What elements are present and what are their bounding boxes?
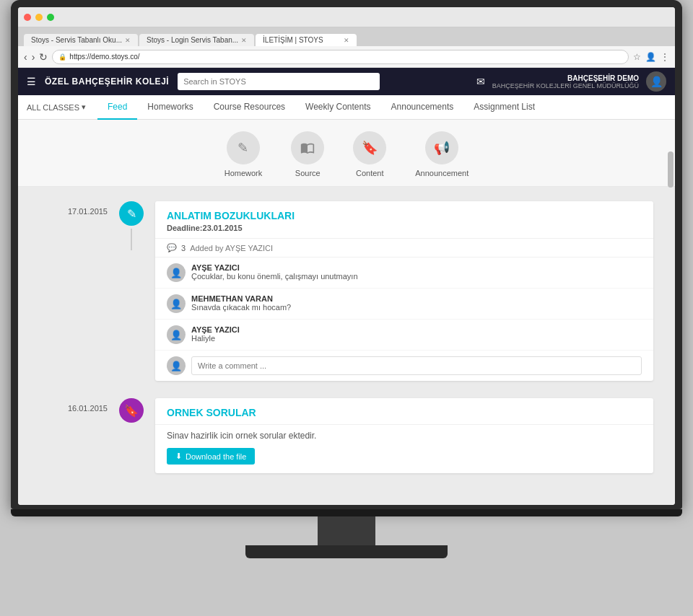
card-header-1: ANLATIM BOZUKLUKLARI Deadline:23.01.2015	[155, 201, 653, 239]
minimize-button[interactable]	[35, 14, 43, 21]
timeline-line-1	[131, 229, 132, 250]
tab-1-label: Stoys - Servis Tabanlı Oku...	[31, 36, 122, 44]
quick-action-source[interactable]: Source	[291, 131, 324, 177]
comment-icon: 💬	[167, 243, 177, 252]
tab-feed[interactable]: Feed	[97, 95, 137, 120]
timeline-item-2: 16.01.2015 🔖 Ornek sorular Sinav hazirli…	[40, 398, 653, 473]
tab-homeworks[interactable]: Homeworks	[137, 95, 203, 120]
tab-course-resources[interactable]: Course Resources	[204, 95, 295, 120]
tab-course-resources-label: Course Resources	[214, 102, 285, 112]
tab-homeworks-label: Homeworks	[147, 102, 193, 112]
comment-input-row: 👤	[155, 351, 653, 381]
quick-action-content[interactable]: 🔖 Content	[353, 131, 386, 177]
comment-input-avatar: 👤	[167, 356, 186, 375]
browser-toolbar: ‹ › ↻ 🔒 https://demo.stoys.co/ ☆ 👤 ⋮	[18, 46, 675, 68]
all-classes-button[interactable]: ALL CLASSES ▾	[27, 102, 86, 112]
monitor-neck	[318, 516, 375, 545]
monitor-base	[245, 545, 448, 558]
user-school: BAHÇEŞEHİR KOLEJLERİ GENEL MÜDÜRLÜĞÜ	[492, 82, 639, 89]
tab-2-label: Stoys - Login Servis Taban...	[147, 36, 238, 44]
address-text: https://demo.stoys.co/	[69, 53, 139, 61]
address-bar[interactable]: 🔒 https://demo.stoys.co/	[52, 50, 629, 64]
homework-label: Homework	[225, 169, 263, 177]
announcement-label: Announcement	[415, 169, 468, 177]
download-label: Download the file	[186, 452, 246, 461]
quick-actions: ✎ Homework Source 🔖 Content 📢 Announceme…	[18, 120, 675, 187]
content-label: Content	[356, 169, 384, 177]
timeline-date-2: 16.01.2015	[40, 398, 108, 413]
maximize-button[interactable]	[47, 14, 54, 21]
timeline-icon-2: 🔖	[119, 398, 144, 423]
menu-icon[interactable]: ⋮	[661, 52, 669, 62]
tab-assignment-list[interactable]: Assignment List	[463, 95, 545, 120]
card-description: Sinav hazirlik icin ornek sorular ektedi…	[155, 425, 653, 448]
card-title-2: Ornek sorular	[167, 407, 642, 418]
deadline-value: 23.01.2015	[203, 224, 243, 232]
timeline-date-1: 17.01.2015	[40, 201, 108, 216]
tab-weekly-contents[interactable]: Weekly Contents	[295, 95, 381, 120]
quick-action-announcement[interactable]: 📢 Announcement	[415, 131, 468, 177]
card-title-1: ANLATIM BOZUKLUKLARI	[167, 210, 642, 221]
timeline-card-2: Ornek sorular Sinav hazirlik icin ornek …	[155, 398, 653, 473]
timeline-icon-col-2: 🔖	[119, 398, 144, 423]
tab-weekly-contents-label: Weekly Contents	[305, 102, 371, 112]
tab-2-close[interactable]: ✕	[241, 37, 247, 44]
comment-author-2: MEHMETHAN VARAN	[191, 294, 642, 303]
lock-icon: 🔒	[58, 53, 66, 61]
back-button[interactable]: ‹	[24, 51, 27, 63]
close-button[interactable]	[24, 14, 31, 21]
comment-text-2: Sınavda çıkacak mı hocam?	[191, 303, 642, 312]
tab-assignment-list-label: Assignment List	[474, 102, 535, 112]
card-deadline-1: Deadline:23.01.2015	[167, 224, 642, 232]
feed-content: 17.01.2015 ✎ ANLATIM BOZUKLUKLARI Deadli…	[18, 187, 675, 505]
comment-avatar-3: 👤	[167, 325, 186, 344]
timeline-date-col-2: 16.01.2015	[40, 398, 119, 413]
tab-3[interactable]: İLETİŞİM | STOYS ✕	[256, 34, 357, 46]
all-classes-label: ALL CLASSES	[27, 103, 79, 112]
forward-button[interactable]: ›	[32, 51, 35, 63]
source-label: Source	[295, 169, 321, 177]
tab-3-close[interactable]: ✕	[344, 37, 349, 44]
card-comments-bar: 💬 3 Added by AYŞE YAZICI	[155, 239, 653, 258]
header-right: ✉ BAHÇEŞEHİR DEMO BAHÇEŞEHİR KOLEJLERİ G…	[476, 71, 666, 92]
comment-avatar-2: 👤	[167, 294, 186, 313]
tab-2[interactable]: Stoys - Login Servis Taban... ✕	[139, 34, 254, 46]
app-header: ☰ ÖZEL BAHÇEŞEHİR KOLEJİ ✉ BAHÇEŞEHİR DE…	[18, 68, 675, 95]
refresh-button[interactable]: ↻	[39, 51, 48, 63]
announcement-icon: 📢	[425, 131, 458, 164]
comment-input[interactable]	[191, 356, 642, 375]
app-logo: ÖZEL BAHÇEŞEHİR KOLEJİ	[45, 76, 169, 87]
comment-row-3: 👤 AYŞE YAZICI Haliyle	[155, 320, 653, 351]
avatar[interactable]: 👤	[646, 71, 666, 92]
comment-author-1: AYŞE YAZICI	[191, 263, 642, 272]
tab-1[interactable]: Stoys - Servis Tabanlı Oku... ✕	[24, 34, 138, 46]
tab-feed-label: Feed	[108, 102, 127, 112]
comment-row-1: 👤 AYŞE YAZICI Çocuklar, bu konu önemli, …	[155, 258, 653, 289]
scrollbar[interactable]	[668, 151, 674, 188]
user-name: BAHÇEŞEHİR DEMO	[492, 74, 639, 82]
tab-announcements[interactable]: Announcements	[381, 95, 464, 120]
comment-author-3: AYŞE YAZICI	[191, 325, 642, 334]
quick-action-homework[interactable]: ✎ Homework	[225, 131, 263, 177]
user-icon[interactable]: 👤	[645, 52, 656, 62]
browser-titlebar	[18, 7, 675, 27]
deadline-label: Deadline:	[167, 224, 203, 232]
tab-1-close[interactable]: ✕	[125, 37, 131, 44]
download-button[interactable]: ⬇ Download the file	[167, 448, 255, 465]
comment-body-3: AYŞE YAZICI Haliyle	[191, 325, 642, 343]
timeline-item-1: 17.01.2015 ✎ ANLATIM BOZUKLUKLARI Deadli…	[40, 201, 653, 381]
timeline-icon-col-1: ✎	[119, 201, 144, 250]
mail-icon[interactable]: ✉	[476, 76, 485, 87]
comment-text-1: Çocuklar, bu konu önemli, çalışmayı unut…	[191, 272, 642, 281]
timeline-icon-1: ✎	[119, 201, 144, 226]
tab-announcements-label: Announcements	[391, 102, 454, 112]
source-icon	[291, 131, 324, 164]
timeline-date-col-1: 17.01.2015	[40, 201, 119, 216]
monitor-bottom	[11, 509, 682, 516]
hamburger-icon[interactable]: ☰	[27, 76, 36, 87]
card-header-2: Ornek sorular	[155, 398, 653, 425]
comment-body-2: MEHMETHAN VARAN Sınavda çıkacak mı hocam…	[191, 294, 642, 312]
user-info: BAHÇEŞEHİR DEMO BAHÇEŞEHİR KOLEJLERİ GEN…	[492, 74, 639, 89]
search-input[interactable]	[178, 73, 380, 90]
bookmark-icon[interactable]: ☆	[633, 52, 641, 62]
